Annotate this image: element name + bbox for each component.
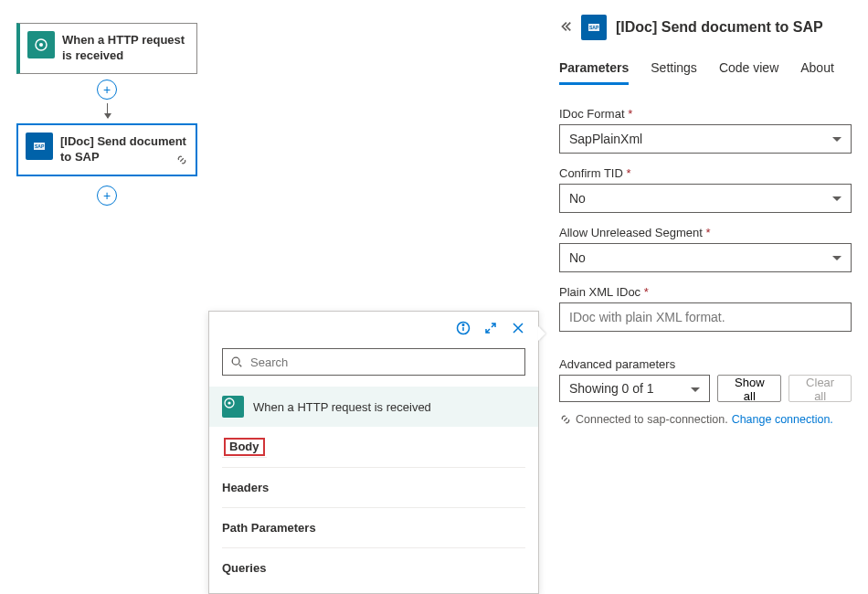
add-step-button-2[interactable]: + xyxy=(97,186,117,206)
advanced-select[interactable]: Showing 0 of 1 xyxy=(559,375,710,402)
popup-item-body[interactable]: Body xyxy=(222,436,267,458)
allow-unreleased-select[interactable]: No xyxy=(559,243,852,272)
tab-settings[interactable]: Settings xyxy=(651,60,697,85)
svg-point-12 xyxy=(228,401,230,404)
close-icon[interactable] xyxy=(511,321,525,339)
expand-icon[interactable] xyxy=(483,321,498,339)
action-node[interactable]: SAP [IDoc] Send document to SAP xyxy=(16,123,197,176)
http-trigger-icon xyxy=(27,31,55,58)
clear-all-button: Clear all xyxy=(789,375,852,402)
panel-title: [IDoc] Send document to SAP xyxy=(616,19,823,36)
svg-text:SAP: SAP xyxy=(589,25,599,30)
tab-about[interactable]: About xyxy=(800,60,834,85)
popup-item-queries[interactable]: Queries xyxy=(222,548,525,588)
idoc-format-select[interactable]: SapPlainXml xyxy=(559,124,852,154)
properties-panel: SAP [IDoc] Send document to SAP Paramete… xyxy=(543,0,868,594)
confirm-tid-select[interactable]: No xyxy=(559,184,852,213)
svg-text:SAP: SAP xyxy=(35,143,45,149)
add-step-button[interactable]: + xyxy=(97,80,117,100)
search-icon xyxy=(230,355,243,368)
plain-xml-label: Plain XML IDoc * xyxy=(559,285,852,299)
trigger-node[interactable]: When a HTTP request is received xyxy=(16,23,197,74)
search-box[interactable] xyxy=(222,348,525,376)
svg-point-9 xyxy=(232,357,239,365)
tab-parameters[interactable]: Parameters xyxy=(559,60,629,85)
tabs: Parameters Settings Code view About xyxy=(559,60,852,85)
connector-2: + xyxy=(16,176,197,206)
svg-point-8 xyxy=(462,324,464,326)
collapse-icon[interactable] xyxy=(559,20,572,36)
search-input[interactable] xyxy=(250,355,517,369)
plain-xml-input[interactable] xyxy=(559,302,852,332)
svg-line-10 xyxy=(239,365,242,367)
connector: + xyxy=(16,74,197,118)
dynamic-content-popup: When a HTTP request is received Body Hea… xyxy=(208,311,539,594)
sap-icon: SAP xyxy=(26,133,53,160)
arrow-down-icon xyxy=(107,103,108,118)
popup-section-title: When a HTTP request is received xyxy=(253,400,431,414)
change-connection-link[interactable]: Change connection. xyxy=(732,413,833,426)
popup-section-header: When a HTTP request is received xyxy=(209,387,538,427)
popup-arrow xyxy=(538,326,545,341)
tab-code-view[interactable]: Code view xyxy=(719,60,778,85)
popup-item-path-parameters[interactable]: Path Parameters xyxy=(222,508,525,548)
trigger-title: When a HTTP request is received xyxy=(62,24,196,73)
advanced-label: Advanced parameters xyxy=(559,357,852,371)
info-icon[interactable] xyxy=(456,321,471,339)
popup-item-headers[interactable]: Headers xyxy=(222,468,525,508)
http-trigger-icon-small xyxy=(222,396,244,418)
connection-info: Connected to sap-connection. Change conn… xyxy=(559,413,852,426)
link-icon xyxy=(175,154,188,169)
connection-icon xyxy=(559,413,572,426)
svg-point-1 xyxy=(39,43,43,47)
panel-sap-icon: SAP xyxy=(581,15,607,40)
allow-unreleased-label: Allow Unreleased Segment * xyxy=(559,226,852,239)
show-all-button[interactable]: Show all xyxy=(717,375,781,402)
confirm-tid-label: Confirm TID * xyxy=(559,166,852,180)
idoc-format-label: IDoc Format * xyxy=(559,107,852,121)
